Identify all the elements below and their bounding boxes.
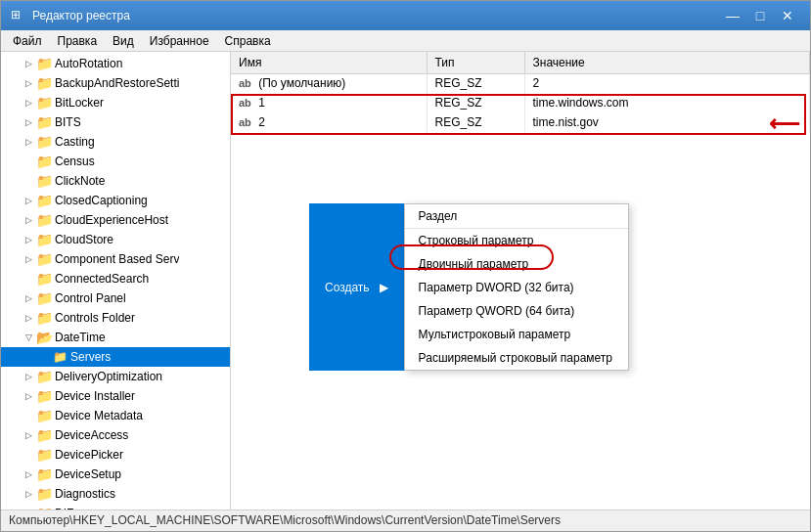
menu-view[interactable]: Вид	[105, 32, 142, 50]
folder-icon: 📁	[36, 213, 52, 227]
maximize-button[interactable]: □	[747, 6, 773, 25]
reg-type: REG_SZ	[427, 93, 524, 112]
folder-icon: 📁	[36, 448, 52, 462]
submenu-item-expandable-string[interactable]: Расширяемый строковый параметр	[405, 346, 628, 370]
table-row[interactable]: ab (По умолчанию) REG_SZ 2	[231, 73, 810, 93]
tree-item-servers[interactable]: ▷ 📁 Servers	[1, 347, 230, 367]
tree-label: ConnectedSearch	[55, 272, 149, 286]
tree-item-devicepicker[interactable]: ▷ 📁 DevicePicker	[1, 445, 230, 465]
create-button-label: Создать	[325, 281, 370, 294]
toggle-icon: ▷	[21, 56, 36, 71]
folder-icon: 📁	[36, 233, 52, 246]
folder-icon: 📂	[36, 331, 52, 344]
tree-label: DateTime	[55, 331, 106, 344]
toggle-icon: ▷	[21, 212, 36, 228]
tree-label: DeliveryOptimization	[55, 370, 162, 383]
tree-item-cloudstore[interactable]: ▷ 📁 CloudStore	[1, 230, 230, 249]
table-row[interactable]: ab 2 REG_SZ time.nist.gov	[231, 112, 810, 132]
tree-item-deviceaccess[interactable]: ▷ 📁 DeviceAccess	[1, 425, 230, 445]
tree-item-casting[interactable]: ▷ 📁 Casting	[1, 132, 230, 152]
tree-item-controlpanel[interactable]: ▷ 📁 Control Panel	[1, 288, 230, 308]
toggle-icon: ▷	[21, 388, 36, 404]
tree-item-autorotation[interactable]: ▷ 📁 AutoRotation	[1, 54, 230, 73]
tree-item-deviceinstaller[interactable]: ▷ 📁 Device Installer	[1, 386, 230, 406]
tree-label: Control Panel	[55, 291, 126, 305]
window-controls: — □ ✕	[720, 6, 800, 25]
submenu-item-dword[interactable]: Параметр DWORD (32 бита)	[405, 276, 628, 299]
submenu-item-qword[interactable]: Параметр QWORD (64 бита)	[405, 299, 628, 323]
toggle-icon: ▷	[21, 466, 36, 482]
reg-name: ab 1	[231, 93, 427, 112]
tree-item-clicknote[interactable]: ▷ 📁 ClickNote	[1, 171, 230, 191]
reg-value: time.nist.gov	[524, 112, 810, 132]
folder-icon: 📁	[36, 174, 52, 188]
tree-item-backup[interactable]: ▷ 📁 BackupAndRestoreSetti	[1, 73, 230, 93]
col-name-header: Имя	[231, 52, 427, 73]
red-arrow: ⟵	[769, 111, 800, 137]
submenu-item-label: Расширяемый строковый параметр	[419, 351, 612, 365]
reg-name-value: (По умолчанию)	[258, 76, 345, 90]
reg-value: 2	[524, 73, 810, 93]
tree-label: Census	[55, 155, 95, 168]
col-value-header: Значение	[524, 52, 810, 73]
close-button[interactable]: ✕	[775, 6, 800, 25]
submenu-item-string-param[interactable]: Строковый параметр	[405, 229, 628, 252]
submenu-item-multistring[interactable]: Мультистроковый параметр	[405, 323, 628, 346]
window-title: Редактор реестра	[32, 9, 720, 22]
tree-item-bits[interactable]: ▷ 📁 BITS	[1, 112, 230, 132]
toggle-icon: ▷	[21, 193, 36, 208]
tree-label: Controls Folder	[55, 311, 135, 325]
tree-label: DeviceAccess	[55, 428, 128, 442]
folder-icon: 📁	[36, 96, 52, 110]
toggle-icon: ▷	[21, 290, 36, 306]
reg-value: time.windows.com	[524, 93, 810, 112]
folder-icon: 📁	[36, 252, 52, 266]
tree-item-diagnostics[interactable]: ▷ 📁 Diagnostics	[1, 484, 230, 504]
folder-icon: 📁	[36, 135, 52, 149]
menu-edit[interactable]: Правка	[50, 32, 106, 50]
folder-icon: 📁	[36, 409, 52, 422]
tree-label: CloudExperienceHost	[55, 213, 168, 227]
menu-bar: Файл Правка Вид Избранное Справка	[1, 30, 810, 52]
col-type-header: Тип	[427, 52, 524, 73]
table-row[interactable]: ab 1 REG_SZ time.windows.com	[231, 93, 810, 112]
toggle-icon: ▷	[21, 271, 36, 287]
toggle-icon: ▷	[21, 251, 36, 267]
folder-icon: 📁	[36, 194, 52, 207]
reg-type: REG_SZ	[427, 73, 524, 93]
minimize-button[interactable]: —	[720, 6, 745, 25]
tree-item-devicesetup[interactable]: ▷ 📁 DeviceSetup	[1, 465, 230, 484]
menu-favorites[interactable]: Избранное	[142, 32, 217, 50]
toggle-icon: ▷	[21, 95, 36, 111]
tree-item-component-based[interactable]: ▷ 📁 Component Based Serv	[1, 249, 230, 269]
toggle-icon: ▷	[36, 349, 52, 365]
create-button[interactable]: Создать ▶	[309, 203, 404, 371]
registry-editor-window: ⊞ Редактор реестра — □ ✕ Файл Правка Вид…	[0, 0, 811, 532]
menu-file[interactable]: Файл	[5, 32, 50, 50]
folder-icon: 📁	[36, 428, 52, 442]
tree-item-census[interactable]: ▷ 📁 Census	[1, 152, 230, 171]
registry-tree[interactable]: ▷ 📁 AutoRotation ▷ 📁 BackupAndRestoreSet…	[1, 52, 231, 510]
submenu-item-binary-param[interactable]: Двоичный параметр	[405, 252, 628, 276]
reg-type: REG_SZ	[427, 112, 524, 132]
submenu-item-label: Мультистроковый параметр	[419, 328, 571, 341]
tree-item-connectedsearch[interactable]: ▷ 📁 ConnectedSearch	[1, 269, 230, 288]
toggle-icon: ▷	[21, 486, 36, 502]
tree-label: DeviceSetup	[55, 467, 121, 481]
tree-item-bitlocker[interactable]: ▷ 📁 BitLocker	[1, 93, 230, 112]
tree-item-datetime[interactable]: ▽ 📂 DateTime	[1, 328, 230, 347]
tree-label: Device Metadata	[55, 409, 143, 422]
menu-help[interactable]: Справка	[217, 32, 279, 50]
toggle-icon: ▷	[21, 369, 36, 384]
reg-name-value: 2	[258, 115, 265, 129]
submenu-item-label: Параметр DWORD (32 бита)	[419, 281, 574, 294]
submenu-item-section[interactable]: Раздел	[405, 204, 628, 229]
tree-item-deliveryoptimization[interactable]: ▷ 📁 DeliveryOptimization	[1, 367, 230, 386]
tree-item-closedcaptioning[interactable]: ▷ 📁 ClosedCaptioning	[1, 191, 230, 210]
tree-item-cloudexperience[interactable]: ▷ 📁 CloudExperienceHost	[1, 210, 230, 230]
status-bar: Компьютер\HKEY_LOCAL_MACHINE\SOFTWARE\Mi…	[1, 510, 810, 531]
tree-label: DevicePicker	[55, 448, 123, 462]
tree-label: BITS	[55, 115, 81, 129]
tree-item-devicemetadata[interactable]: ▷ 📁 Device Metadata	[1, 406, 230, 425]
tree-item-controlsfolder[interactable]: ▷ 📁 Controls Folder	[1, 308, 230, 328]
